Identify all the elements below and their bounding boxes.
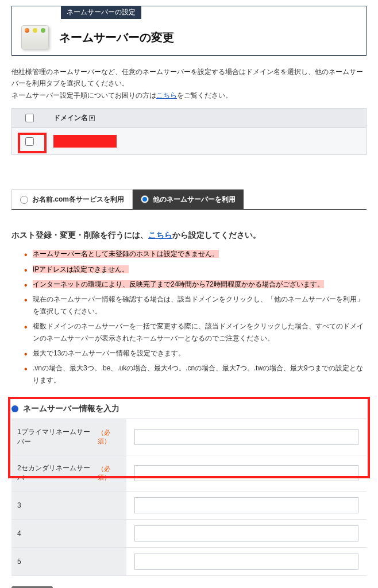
nameserver-input-4[interactable] (134, 525, 358, 541)
select-all-checkbox[interactable] (25, 114, 34, 122)
nameserver-tabs: お名前.com各サービスを利用 他のネームサーバーを利用 (11, 189, 367, 210)
note-text: 現在のネームサーバー情報を確認する場合は、該当ドメインをクリックし、「他のネーム… (33, 295, 364, 315)
note-text: .vnの場合、最大3つ。.be、.ukの場合、最大4つ。.cnの場合、最大7つ。… (33, 364, 363, 384)
tab-other-label: 他のネームサーバーを利用 (153, 195, 236, 204)
required-badge: （必須） (98, 428, 121, 446)
note-text: 複数ドメインのネームサーバーを一括で変更する際に、該当ドメインをクリックした場合… (33, 322, 364, 342)
intro-help-link[interactable]: こちら (156, 91, 177, 99)
notes-list: ネームサーバー名として未登録のホストは設定できません。 IPアドレスは設定できま… (26, 246, 364, 388)
secondary-nameserver-input[interactable] (134, 465, 358, 481)
ns-row-1: 1プライマリネームサーバー（必須） (11, 419, 367, 455)
primary-nameserver-input[interactable] (134, 429, 358, 445)
note-item: 現在のネームサーバー情報を確認する場合は、該当ドメインをクリックし、「他のネーム… (26, 292, 364, 319)
intro-text: 他社様管理のネームサーバーなど、任意のネームサーバーを設定する場合はドメイン名を… (11, 66, 367, 101)
domain-col-header: ドメイン名 (53, 113, 88, 123)
page-header-card: ネームサーバーの設定 ネームサーバーの変更 (11, 6, 367, 56)
ns-label-1: 1プライマリネームサーバー (17, 427, 95, 447)
required-badge: （必須） (98, 465, 121, 482)
host-registration-note: ホスト登録・変更・削除を行うには、こちらから設定してください。 (11, 230, 367, 241)
nameserver-input-3[interactable] (134, 497, 358, 513)
domain-table-header: ドメイン名 ▼ (12, 109, 366, 128)
note-item: 複数ドメインのネームサーバーを一括で変更する際に、該当ドメインをクリックした場合… (26, 319, 364, 346)
radio-off-icon (20, 196, 28, 204)
note-item: インターネットの環境により、反映完了まで24時間から72時間程度かかる場合がござ… (26, 277, 364, 292)
ns-label-5: 5 (17, 558, 21, 566)
redacted-domain-name (53, 135, 117, 148)
intro-line1: 他社様管理のネームサーバーなど、任意のネームサーバーを設定する場合はドメイン名を… (11, 68, 363, 87)
host-settings-link[interactable]: こちら (148, 230, 172, 239)
page-title: ネームサーバーの変更 (59, 30, 174, 45)
host-note-pre: ホスト登録・変更・削除を行うには、 (11, 230, 148, 239)
ns-row-5: 5 (11, 548, 367, 576)
header-tab: ネームサーバーの設定 (61, 6, 141, 19)
tab-other-nameserver[interactable]: 他のネームサーバーを利用 (133, 189, 244, 209)
note-text: インターネットの環境により、反映完了まで24時間から72時間程度かかる場合がござ… (33, 280, 324, 288)
tab-onamae-label: お名前.com各サービスを利用 (32, 195, 124, 204)
note-text: IPアドレスは設定できません。 (33, 265, 129, 273)
ns-row-2: 2セカンダリネームサーバー（必須） (11, 455, 367, 492)
highlight-checkbox-annotation (18, 133, 47, 153)
intro-line2-pre: ネームサーバー設定手順についてお困りの方は (11, 91, 156, 99)
ns-label-2: 2セカンダリネームサーバー (17, 463, 95, 483)
note-item: 最大で13のネームサーバー情報を設定できます。 (26, 346, 364, 361)
sort-icon[interactable]: ▼ (89, 115, 95, 121)
server-settings-icon (21, 25, 49, 49)
ns-label-4: 4 (17, 529, 21, 537)
ns-title-text: ネームサーバー情報を入力 (23, 404, 119, 414)
tab-onamae-services[interactable]: お名前.com各サービスを利用 (11, 189, 133, 209)
note-text: ネームサーバー名として未登録のホストは設定できません。 (33, 250, 219, 258)
host-note-post: から設定してください。 (172, 230, 261, 239)
nameserver-input-5[interactable] (134, 554, 358, 570)
note-item: ネームサーバー名として未登録のホストは設定できません。 (26, 246, 364, 261)
bullet-icon (11, 405, 18, 412)
domain-table: ドメイン名 ▼ (11, 108, 367, 155)
nameserver-input-section: ネームサーバー情報を入力 1プライマリネームサーバー（必須） 2セカンダリネーム… (11, 399, 367, 576)
domain-row (12, 128, 366, 154)
ns-row-3: 3 (11, 492, 367, 520)
ns-label-3: 3 (17, 501, 21, 509)
note-item: .vnの場合、最大3つ。.be、.ukの場合、最大4つ。.cnの場合、最大7つ。… (26, 361, 364, 388)
ns-row-4: 4 (11, 520, 367, 548)
radio-on-icon (141, 195, 149, 203)
intro-line2-post: をご覧ください。 (177, 91, 232, 99)
note-item: IPアドレスは設定できません。 (26, 262, 364, 277)
ns-section-title: ネームサーバー情報を入力 (11, 399, 367, 419)
note-text: 最大で13のネームサーバー情報を設定できます。 (33, 349, 185, 357)
